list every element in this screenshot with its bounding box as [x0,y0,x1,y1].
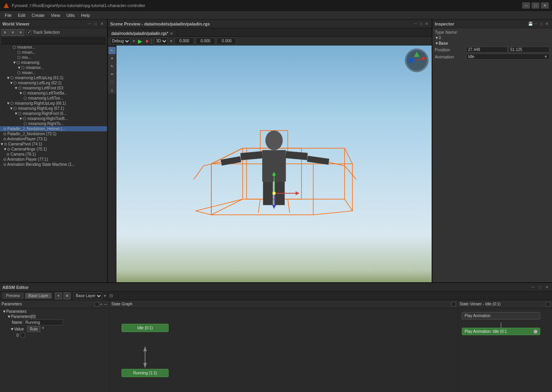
tree-item[interactable]: ▼⬡ mixamor... [0,65,107,70]
inspector-save-btn[interactable]: 💾 [528,21,533,27]
sg-node-running-label: Running (1:1) [133,371,157,375]
menu-utils[interactable]: Utils [63,12,78,18]
wv-minimize-btn[interactable]: ─ [87,21,92,27]
inspector-animation-row: Animation Idle ▼ [435,54,550,60]
tree-item[interactable]: ⬡ mixamorig:LeftToe... [0,96,107,101]
sp-coord-z[interactable] [217,38,236,45]
tree-item[interactable]: ▼⬡ mixamorig:RightLeg (67:1) [0,106,107,111]
tree-item[interactable]: ▼⬡ mixamorig:RightFoot (6... [0,111,107,116]
tool-rotate[interactable]: ↻ [109,63,116,70]
tree-item[interactable]: ▼⬡ mixamorig:LeftUpLeg (61:1) [0,75,107,80]
params-remove-btn[interactable]: ─ [103,302,108,307]
sp-tab-close-icon[interactable]: ✕ [170,31,173,36]
sg-node-running[interactable]: Running (1:1) [122,369,169,377]
sp-coord-y[interactable] [196,38,215,45]
wv-search-input[interactable] [2,38,105,44]
wv-close-btn[interactable]: ✕ [99,21,105,27]
menu-view[interactable]: View [48,12,64,18]
tool-select-box[interactable]: ⬚ [109,78,116,85]
inspector-maximize-btn[interactable]: □ [539,21,544,27]
sv-checkbox[interactable] [546,302,550,307]
tree-item[interactable]: ⊙ AnimationPlayer (73:1) [0,136,107,142]
world-viewer-title: World Viewer [2,22,29,26]
absm-maximize-btn[interactable]: □ [537,285,543,290]
inspector-close-btn[interactable]: ✕ [544,21,550,27]
absm-tab-baselayer[interactable]: Base Layer [25,293,52,299]
wv-expand-btn[interactable]: ≡ [9,29,16,36]
inspector-pos-y[interactable] [508,47,550,53]
tree-item[interactable]: ▼⬡ mixamorig:LeftLeg (62:1) [0,80,107,85]
sp-close-btn[interactable]: ✕ [424,21,429,27]
sp-collapse-btn[interactable]: ─ [413,21,418,27]
absm-tab-preview[interactable]: Preview [2,293,24,299]
tree-item[interactable]: ▼⊙ CameraPivot (74:1) [0,142,107,147]
sp-maximize-btn[interactable]: □ [418,21,424,27]
sp-coord-x[interactable] [174,38,194,45]
sp-mode-select[interactable]: Debug [110,38,131,45]
inspector-value-row: ▼0 [435,36,550,40]
svg-rect-20 [285,151,307,160]
params-checkbox[interactable] [94,302,99,307]
tree-item[interactable]: ⊙ Animation Player (77:1) [0,157,107,162]
tree-item[interactable]: ⬡ mixan... [0,70,107,75]
menu-help[interactable]: Help [78,12,93,18]
sg-node-idle[interactable]: Idle (0:1) [122,324,169,332]
tree-item[interactable]: ⬡ mix... [0,55,107,60]
absm-remove-layer-btn[interactable]: ✕ [64,292,71,299]
maximize-button[interactable]: □ [532,2,539,9]
sp-view-select[interactable]: 3D [154,38,168,45]
tool-cursor[interactable]: ↖ [109,47,116,54]
params-value-checkbox[interactable] [20,333,25,338]
sp-play-btn[interactable]: ▶ [137,38,143,44]
character-wireframe [164,109,384,219]
menu-create[interactable]: Create [29,12,48,18]
inspector-minimize-btn[interactable]: ─ [533,21,539,27]
tree-item[interactable]: ⊙ Camera (76:1) [0,152,107,157]
params-add-btn[interactable]: + [99,302,103,307]
inspector-anim-dropdown[interactable]: Idle ▼ [466,54,550,60]
tree-item[interactable]: ⊙ Paladin_J_Nordstrom (72:1) [0,131,107,136]
tool-scale[interactable]: ⇔ [109,71,116,78]
tree-item[interactable]: ▼⬡ mixamorig: [0,60,107,65]
wv-collapse-btn[interactable]: ≡ [2,29,9,36]
close-button[interactable]: ✕ [541,2,549,9]
tree-item[interactable]: ▼⬡ mixamorig:LeftFoot (63: [0,85,107,91]
absm-close-btn[interactable]: ✕ [544,285,550,290]
params-rule-btn[interactable]: Rule [27,326,41,332]
sv-node-play-anim[interactable]: Play Animation [462,312,540,319]
minimize-button[interactable]: ─ [522,2,530,9]
inspector-pos-x[interactable] [466,47,508,53]
menu-edit[interactable]: Edit [15,12,29,18]
tree-item[interactable]: ⊙ Paladin_J_Nordstrom_Helmet (... [0,126,107,131]
absm-add-layer-btn[interactable]: + [55,292,62,299]
sv-node-play-anim-idle[interactable]: Play Animation: Idle (0:1 [462,328,540,335]
tree-item[interactable]: ⬡ mixamorig:RightTo... [0,121,107,126]
sv-title: State Viewer - Idle (0:1) [459,302,546,306]
tree-item[interactable]: ⬡ mixan... [0,50,107,55]
world-viewer-tree: ⬡ mixamor... ⬡ mixan... ⬡ mix... ▼⬡ mixa… [0,45,107,282]
menu-file[interactable]: File [2,12,15,18]
wv-maximize-btn[interactable]: □ [93,21,98,27]
sg-checkbox[interactable] [451,302,456,307]
sp-stop-btn[interactable]: ■ [145,38,149,44]
absm-filter-icon[interactable]: ⊟ [108,293,114,299]
tree-item[interactable]: ▼⬡ mixamorig:RightUpLeg (66:1) [0,101,107,106]
tool-move[interactable]: ✛ [109,55,116,62]
wv-flatten-btn[interactable]: ≡ [17,29,24,36]
sg-arrows-svg [110,308,458,392]
tree-item[interactable]: ▼⬡ mixamorig:RightToeB... [0,116,107,121]
params-name-input[interactable] [24,319,63,325]
wv-track-checkbox[interactable]: ✓ [27,30,31,35]
absm-tabs: Preview Base Layer + ✕ Base Layer ▼ ⊟ [0,292,552,300]
tool-terrain[interactable]: △ [109,86,116,93]
sp-tab-paladin[interactable]: data/models/paladin/paladin.rgs* ✕ [108,30,176,36]
absm-layer-select[interactable]: Base Layer [74,292,102,299]
sg-canvas[interactable]: Idle (0:1) Running (1:1) [110,308,458,392]
tree-item[interactable]: ▼⬡ mixamorig:LeftToeBa... [0,91,107,96]
params-item[interactable]: ▼Parameters[0] [1,314,109,319]
tree-item[interactable]: ⬡ mixamor... [0,45,107,50]
tree-item[interactable]: ▼⊙ CameraHinge (75:1) [0,147,107,152]
tree-item[interactable]: ⊙ Animation Blending State Machine (1... [0,162,107,167]
absm-minimize-btn[interactable]: ─ [530,285,536,290]
params-item[interactable]: ▼Parameters [1,309,109,314]
